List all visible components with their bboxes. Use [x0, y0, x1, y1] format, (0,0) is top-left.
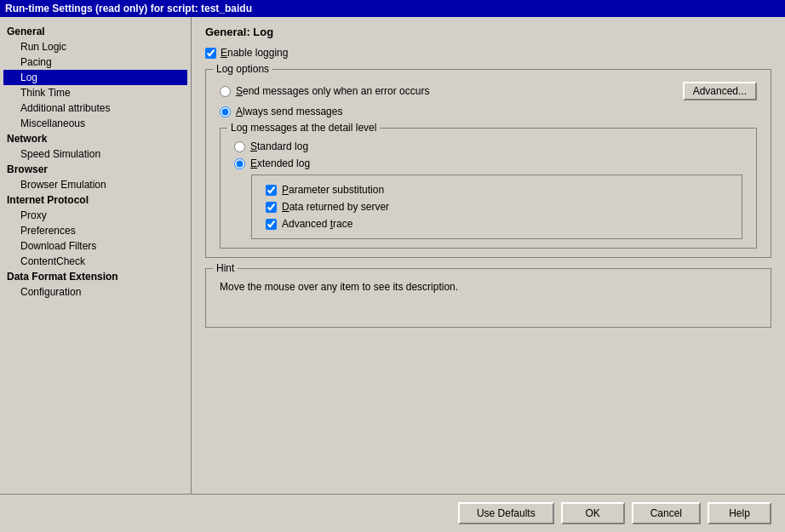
sidebar-item-browser-emulation[interactable]: Browser Emulation: [3, 177, 187, 192]
param-sub-label: Parameter substitution: [282, 184, 384, 196]
send-only-error-radio-row: Send messages only when an error occurs: [220, 85, 683, 97]
main-panel: General: Log Enable logging Log options …: [192, 17, 785, 494]
extended-log-label: Extended log: [250, 157, 310, 169]
extended-log-radio[interactable]: [234, 158, 245, 169]
always-send-label: Always send messages: [236, 106, 342, 117]
standard-log-radio-row: Standard log: [234, 140, 742, 152]
data-returned-label: Data returned by server: [282, 201, 389, 213]
title-bar: Run-time Settings (read only) for script…: [0, 0, 785, 17]
enable-logging-row: Enable logging: [205, 47, 771, 59]
sidebar-item-configuration[interactable]: Configuration: [3, 284, 187, 300]
standard-log-radio[interactable]: [234, 141, 245, 152]
hint-title: Hint: [213, 262, 238, 274]
sidebar-item-preferences[interactable]: Preferences: [3, 223, 187, 238]
always-send-radio[interactable]: [220, 106, 231, 117]
sidebar-item-miscellaneous[interactable]: Miscellaneous: [3, 116, 187, 131]
sidebar-item-run-logic[interactable]: Run Logic: [3, 39, 187, 54]
help-button[interactable]: Help: [708, 502, 771, 524]
param-sub-checkbox[interactable]: [266, 185, 277, 196]
advanced-trace-checkbox[interactable]: [266, 219, 277, 230]
content-area: General Run Logic Pacing Log Think Time …: [0, 17, 785, 494]
sidebar: General Run Logic Pacing Log Think Time …: [0, 17, 192, 494]
sidebar-group-data-format[interactable]: Data Format Extension: [3, 269, 187, 284]
log-options-group: Log options Send messages only when an e…: [205, 69, 771, 258]
sidebar-item-log[interactable]: Log: [3, 70, 187, 85]
sidebar-item-download-filters[interactable]: Download Filters: [3, 238, 187, 254]
enable-logging-checkbox[interactable]: [205, 48, 216, 59]
use-defaults-button[interactable]: Use Defaults: [458, 502, 554, 524]
standard-log-label: Standard log: [250, 140, 308, 152]
sidebar-item-content-check[interactable]: ContentCheck: [3, 254, 187, 269]
title-text: Run-time Settings (read only) for script…: [5, 3, 252, 14]
hint-content: Move the mouse over any item to see its …: [206, 269, 771, 327]
ok-button[interactable]: OK: [561, 502, 625, 524]
sidebar-item-think-time[interactable]: Think Time: [3, 85, 187, 100]
send-only-error-radio[interactable]: [220, 86, 231, 97]
data-returned-checkbox[interactable]: [266, 202, 277, 213]
send-messages-row: Send messages only when an error occurs …: [220, 82, 757, 100]
log-options-content: Send messages only when an error occurs …: [206, 70, 771, 257]
data-returned-row: Data returned by server: [266, 201, 728, 213]
panel-title: General: Log: [205, 26, 771, 38]
sidebar-group-general[interactable]: General: [3, 24, 187, 39]
log-options-title: Log options: [213, 63, 272, 75]
sidebar-group-browser[interactable]: Browser: [3, 162, 187, 177]
bottom-bar: Use Defaults OK Cancel Help: [0, 494, 785, 532]
sidebar-item-proxy[interactable]: Proxy: [3, 208, 187, 223]
cancel-button[interactable]: Cancel: [632, 502, 701, 524]
advanced-button[interactable]: Advanced...: [683, 82, 757, 100]
sidebar-group-internet-protocol[interactable]: Internet Protocol: [3, 192, 187, 208]
param-sub-row: Parameter substitution: [266, 184, 728, 196]
sidebar-group-network[interactable]: Network: [3, 131, 187, 146]
hint-box: Hint Move the mouse over any item to see…: [205, 268, 771, 328]
advanced-trace-label: Advanced trace: [282, 218, 352, 230]
detail-level-title: Log messages at the detail level: [227, 122, 380, 134]
extended-options-group: Parameter substitution Data returned by …: [251, 174, 742, 239]
send-only-error-label: Send messages only when an error occurs: [236, 85, 429, 97]
always-send-radio-row: Always send messages: [220, 106, 757, 117]
extended-log-radio-row: Extended log: [234, 157, 742, 169]
main-container: General Run Logic Pacing Log Think Time …: [0, 17, 785, 532]
detail-level-group: Log messages at the detail level Standar…: [220, 128, 757, 249]
enable-logging-label: Enable logging: [221, 47, 288, 59]
advanced-trace-row: Advanced trace: [266, 218, 728, 230]
sidebar-item-additional-attributes[interactable]: Additional attributes: [3, 100, 187, 116]
hint-text: Move the mouse over any item to see its …: [220, 281, 458, 293]
sidebar-item-pacing[interactable]: Pacing: [3, 54, 187, 70]
sidebar-item-speed-simulation[interactable]: Speed Simulation: [3, 146, 187, 162]
